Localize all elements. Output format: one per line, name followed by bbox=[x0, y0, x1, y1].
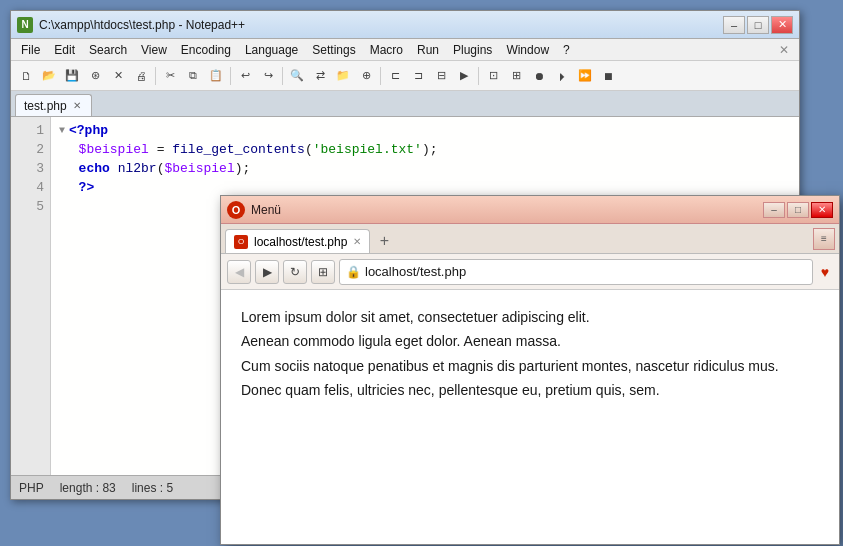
address-input[interactable] bbox=[365, 264, 806, 279]
menu-edit[interactable]: Edit bbox=[48, 41, 81, 59]
notepad-app-icon: N bbox=[17, 17, 33, 33]
browser-tab-localhost[interactable]: O localhost/test.php ✕ bbox=[225, 229, 370, 253]
address-lock-icon: 🔒 bbox=[346, 265, 361, 279]
menu-macro[interactable]: Macro bbox=[364, 41, 409, 59]
tb-findreplace[interactable]: ⇄ bbox=[309, 65, 331, 87]
toolbar-sep-4 bbox=[380, 67, 381, 85]
code-line-3: echo nl2br($beispiel); bbox=[59, 159, 791, 178]
menu-plugins[interactable]: Plugins bbox=[447, 41, 498, 59]
tb-zoom-in[interactable]: ⊕ bbox=[355, 65, 377, 87]
status-length: length : 83 bbox=[60, 481, 116, 495]
browser-reload-button[interactable]: ↻ bbox=[283, 260, 307, 284]
content-line-4: Donec quam felis, ultricies nec, pellent… bbox=[241, 379, 819, 401]
browser-window: O Menü – □ ✕ O localhost/test.php ✕ + ≡ … bbox=[220, 195, 840, 545]
menu-file[interactable]: File bbox=[15, 41, 46, 59]
content-line-3: Cum sociis natoque penatibus et magnis d… bbox=[241, 355, 819, 377]
browser-navbar: ◀ ▶ ↻ ⊞ 🔒 ♥ bbox=[221, 254, 839, 290]
tb-copy[interactable]: ⧉ bbox=[182, 65, 204, 87]
browser-tab-label: localhost/test.php bbox=[254, 235, 347, 249]
tb-bookmark[interactable]: ⊟ bbox=[430, 65, 452, 87]
tb-paste[interactable]: 📋 bbox=[205, 65, 227, 87]
tb-syntax[interactable]: ⊞ bbox=[505, 65, 527, 87]
code-line-1: ▼ <?php bbox=[59, 121, 791, 140]
menu-run[interactable]: Run bbox=[411, 41, 445, 59]
fold-marker-1[interactable]: ▼ bbox=[59, 121, 65, 140]
tb-playback[interactable]: ⏵ bbox=[551, 65, 573, 87]
menu-search[interactable]: Search bbox=[83, 41, 133, 59]
browser-forward-button[interactable]: ▶ bbox=[255, 260, 279, 284]
tab-close-icon[interactable]: ✕ bbox=[73, 100, 81, 111]
content-line-2: Aenean commodo ligula eget dolor. Aenean… bbox=[241, 330, 819, 352]
browser-content: Lorem ipsum dolor sit amet, consectetuer… bbox=[221, 290, 839, 544]
tb-cut[interactable]: ✂ bbox=[159, 65, 181, 87]
browser-bookmark-button[interactable]: ♥ bbox=[817, 260, 833, 284]
tb-close[interactable]: ✕ bbox=[107, 65, 129, 87]
tb-record[interactable]: ⏺ bbox=[528, 65, 550, 87]
browser-address-bar: 🔒 bbox=[339, 259, 813, 285]
tb-filebrowser[interactable]: 📁 bbox=[332, 65, 354, 87]
notepad-window-controls: – □ ✕ bbox=[723, 16, 793, 34]
browser-window-controls: – □ ✕ bbox=[763, 202, 833, 218]
browser-speeddial-button[interactable]: ⊞ bbox=[311, 260, 335, 284]
tb-saveall[interactable]: ⊛ bbox=[84, 65, 106, 87]
tb-save[interactable]: 💾 bbox=[61, 65, 83, 87]
code-line-2: $beispiel = file_get_contents('beispiel.… bbox=[59, 140, 791, 159]
notepad-toolbar: 🗋 📂 💾 ⊛ ✕ 🖨 ✂ ⧉ 📋 ↩ ↪ 🔍 ⇄ 📁 ⊕ ⊏ ⊐ ⊟ ▶ ⊡ … bbox=[11, 61, 799, 91]
menu-window[interactable]: Window bbox=[500, 41, 555, 59]
tb-print[interactable]: 🖨 bbox=[130, 65, 152, 87]
notepad-titlebar: N C:\xampp\htdocs\test.php - Notepad++ –… bbox=[11, 11, 799, 39]
browser-tab-icon: O bbox=[234, 235, 248, 249]
menu-close-x[interactable]: ✕ bbox=[773, 41, 795, 59]
browser-maximize-button[interactable]: □ bbox=[787, 202, 809, 218]
browser-new-tab-button[interactable]: + bbox=[372, 229, 396, 253]
tb-outdent[interactable]: ⊐ bbox=[407, 65, 429, 87]
browser-titlebar: O Menü – □ ✕ bbox=[221, 196, 839, 224]
tb-new[interactable]: 🗋 bbox=[15, 65, 37, 87]
tb-runmacro[interactable]: ⏩ bbox=[574, 65, 596, 87]
notepad-title: C:\xampp\htdocs\test.php - Notepad++ bbox=[39, 18, 723, 32]
tab-label: test.php bbox=[24, 99, 67, 113]
tb-run[interactable]: ▶ bbox=[453, 65, 475, 87]
notepad-close-button[interactable]: ✕ bbox=[771, 16, 793, 34]
browser-tab-close-icon[interactable]: ✕ bbox=[353, 236, 361, 247]
browser-tabbar: O localhost/test.php ✕ + ≡ bbox=[221, 224, 839, 254]
toolbar-sep-2 bbox=[230, 67, 231, 85]
tb-indent[interactable]: ⊏ bbox=[384, 65, 406, 87]
menu-help[interactable]: ? bbox=[557, 41, 576, 59]
status-lang: PHP bbox=[19, 481, 44, 495]
status-lines: lines : 5 bbox=[132, 481, 173, 495]
menu-language[interactable]: Language bbox=[239, 41, 304, 59]
browser-close-button[interactable]: ✕ bbox=[811, 202, 833, 218]
tb-find[interactable]: 🔍 bbox=[286, 65, 308, 87]
browser-minimize-button[interactable]: – bbox=[763, 202, 785, 218]
opera-app-icon: O bbox=[227, 201, 245, 219]
notepad-maximize-button[interactable]: □ bbox=[747, 16, 769, 34]
tab-test-php[interactable]: test.php ✕ bbox=[15, 94, 92, 116]
tb-redo[interactable]: ↪ bbox=[257, 65, 279, 87]
browser-menu-button[interactable]: ≡ bbox=[813, 228, 835, 250]
toolbar-sep-1 bbox=[155, 67, 156, 85]
toolbar-sep-3 bbox=[282, 67, 283, 85]
browser-back-button[interactable]: ◀ bbox=[227, 260, 251, 284]
notepad-minimize-button[interactable]: – bbox=[723, 16, 745, 34]
line-numbers: 1 2 3 4 5 bbox=[11, 117, 51, 475]
toolbar-sep-5 bbox=[478, 67, 479, 85]
browser-title: Menü bbox=[251, 203, 763, 217]
notepad-tabbar: test.php ✕ bbox=[11, 91, 799, 117]
menu-view[interactable]: View bbox=[135, 41, 173, 59]
tb-stopmacro[interactable]: ⏹ bbox=[597, 65, 619, 87]
notepad-menubar: File Edit Search View Encoding Language … bbox=[11, 39, 799, 61]
tb-open[interactable]: 📂 bbox=[38, 65, 60, 87]
content-line-1: Lorem ipsum dolor sit amet, consectetuer… bbox=[241, 306, 819, 328]
tb-undo[interactable]: ↩ bbox=[234, 65, 256, 87]
tb-wrap[interactable]: ⊡ bbox=[482, 65, 504, 87]
menu-encoding[interactable]: Encoding bbox=[175, 41, 237, 59]
menu-settings[interactable]: Settings bbox=[306, 41, 361, 59]
